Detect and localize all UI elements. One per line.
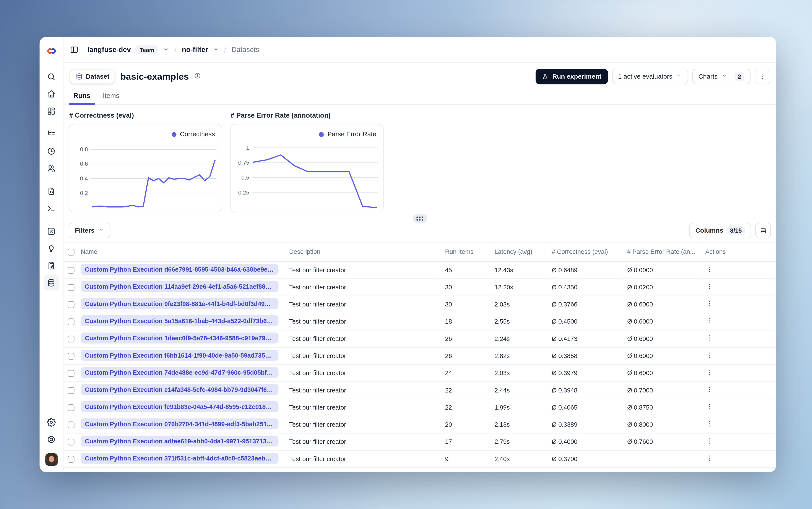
run-name-link[interactable]: Custom Python Execution 74de488e-ec9d-47… — [80, 367, 278, 378]
sidebar-item-users[interactable] — [43, 160, 59, 176]
row-actions-menu-button[interactable] — [705, 420, 713, 428]
database-icon — [75, 73, 83, 80]
parse-error-rate-value: Ø 0.6000 — [622, 365, 700, 382]
chevron-down-icon[interactable] — [163, 45, 169, 54]
row-checkbox[interactable] — [68, 387, 74, 394]
run-name-link[interactable]: Custom Python Execution d66e7991-8595-45… — [80, 264, 278, 275]
charts-dropdown[interactable]: Charts 2 — [692, 69, 751, 84]
sidebar-item-evaluators[interactable] — [43, 240, 59, 256]
line-chart-plot: 0.250.50.751 — [234, 142, 380, 209]
select-all-checkbox[interactable] — [68, 248, 74, 255]
row-checkbox[interactable] — [68, 335, 74, 342]
run-name-link[interactable]: Custom Python Execution 076b2704-341d-48… — [80, 418, 278, 429]
breadcrumb-section[interactable]: Datasets — [232, 46, 259, 54]
top-bar: langfuse-dev Team / no-filter / Datasets — [64, 37, 776, 63]
sidebar-item-tracing[interactable] — [43, 126, 59, 141]
users-icon — [47, 164, 56, 173]
row-actions-menu-button[interactable] — [705, 334, 713, 342]
row-actions-menu-button[interactable] — [705, 351, 713, 359]
row-checkbox[interactable] — [68, 318, 74, 325]
row-actions-menu-button[interactable] — [705, 385, 713, 393]
sidebar-item-sessions[interactable] — [43, 143, 59, 159]
latency-value: 2.79s — [489, 433, 546, 450]
chevron-down-icon[interactable] — [213, 45, 219, 54]
row-checkbox[interactable] — [68, 421, 74, 428]
run-name-link[interactable]: Custom Python Execution 5a15a616-1bab-44… — [80, 315, 278, 326]
parse-error-rate-value: Ø 0.0200 — [622, 279, 700, 296]
latency-value: 12.43s — [489, 262, 546, 278]
run-name-link[interactable]: Custom Python Execution e14fa348-5cfc-49… — [80, 384, 278, 395]
column-header-corr[interactable]: # Correctness (eval) — [547, 243, 622, 262]
run-name-link[interactable]: Custom Python Execution f6bb1614-1f90-40… — [80, 350, 278, 361]
column-header-lat[interactable]: Latency (avg) — [489, 243, 546, 262]
dataset-entity-badge: Dataset — [70, 69, 115, 84]
svg-text:0.4: 0.4 — [80, 175, 88, 182]
search-icon — [47, 72, 56, 81]
sidebar-item-annotation[interactable] — [43, 258, 59, 273]
run-experiment-button[interactable]: Run experiment — [536, 69, 608, 84]
sidebar-item-datasets[interactable] — [43, 275, 59, 291]
row-checkbox[interactable] — [68, 301, 74, 308]
sidebar-item-support[interactable] — [43, 432, 59, 447]
column-header-act[interactable]: Actions — [700, 243, 776, 262]
breadcrumb-project[interactable]: no-filter — [182, 46, 208, 54]
row-checkbox[interactable] — [68, 352, 74, 359]
info-icon[interactable] — [194, 72, 201, 81]
app-window: langfuse-dev Team / no-filter / Datasets… — [40, 37, 776, 472]
row-checkbox[interactable] — [68, 267, 74, 273]
sidebar-item-search[interactable] — [43, 69, 59, 84]
run-name-link[interactable]: Custom Python Execution 114aa9ef-29e6-4e… — [80, 281, 278, 292]
row-checkbox[interactable] — [68, 370, 74, 376]
sidebar-item-dashboard[interactable] — [43, 103, 59, 119]
listtree-icon — [47, 129, 56, 138]
run-name-link[interactable]: Custom Python Execution 9fe23f98-881e-44… — [80, 298, 278, 309]
row-actions-menu-button[interactable] — [705, 437, 713, 445]
row-actions-menu-button[interactable] — [705, 368, 713, 376]
tab-runs[interactable]: Runs — [69, 89, 95, 104]
sidebar-item-scores[interactable] — [43, 223, 59, 239]
pagination-bar: Rows per page 50 Page of 1 « ‹ › » — [64, 468, 776, 472]
more-actions-button[interactable] — [755, 69, 770, 84]
column-header-run[interactable]: Run Items — [440, 243, 489, 262]
resize-grip-handle[interactable] — [413, 214, 426, 223]
run-name-link[interactable]: Custom Python Execution 371f531c-abff-4d… — [80, 453, 278, 464]
run-name-link[interactable]: Custom Python Execution fe91b83e-04a5-47… — [80, 401, 278, 412]
row-actions-menu-button[interactable] — [705, 265, 713, 273]
tab-items[interactable]: Items — [98, 89, 124, 104]
row-actions-menu-button[interactable] — [705, 403, 713, 411]
columns-button[interactable]: Columns 8/15 — [689, 223, 751, 238]
row-checkbox[interactable] — [68, 455, 74, 462]
sidebar-item-settings[interactable] — [43, 414, 59, 430]
column-header-parse[interactable]: # Parse Error Rate (an... — [622, 243, 700, 262]
chart-legend: Correctness — [172, 131, 215, 138]
row-height-button[interactable] — [755, 223, 771, 238]
parse-error-rate-value: Ø 0.8000 — [622, 416, 700, 433]
row-checkbox[interactable] — [68, 284, 74, 291]
filters-button[interactable]: Filters — [69, 223, 110, 238]
langfuse-logo-icon — [45, 45, 57, 57]
parse-error-rate-value: Ø 0.8750 — [622, 399, 700, 416]
sidebar-item-playground[interactable] — [43, 200, 59, 216]
parse-error-rate-value: Ø 0.6000 — [622, 296, 700, 313]
run-name-link[interactable]: Custom Python Execution adfae619-abb0-4d… — [80, 436, 278, 446]
panel-left-toggle-icon[interactable] — [70, 45, 79, 54]
breadcrumb-org[interactable]: langfuse-dev — [88, 46, 131, 54]
user-avatar[interactable] — [45, 453, 58, 466]
run-items-value: 30 — [440, 279, 489, 296]
latency-value: 12.20s — [489, 279, 546, 296]
filecode-icon — [47, 186, 56, 195]
row-checkbox[interactable] — [68, 404, 74, 411]
run-name-link[interactable]: Custom Python Execution 1daec0f9-5e78-43… — [80, 333, 278, 343]
table-row: Custom Python Execution fe91b83e-04a5-47… — [64, 399, 776, 416]
sidebar-item-home[interactable] — [43, 86, 59, 101]
row-actions-menu-button[interactable] — [705, 454, 713, 462]
table-row: Custom Python Execution 5a15a616-1bab-44… — [64, 313, 776, 330]
sidebar-item-prompts[interactable] — [43, 183, 59, 199]
column-header-desc[interactable]: Description — [283, 243, 440, 262]
row-actions-menu-button[interactable] — [705, 317, 713, 325]
row-checkbox[interactable] — [68, 438, 74, 445]
row-actions-menu-button[interactable] — [705, 300, 713, 308]
column-header-name[interactable]: Name — [80, 243, 283, 262]
active-evaluators-dropdown[interactable]: 1 active evaluators — [612, 69, 688, 84]
row-actions-menu-button[interactable] — [705, 283, 713, 291]
